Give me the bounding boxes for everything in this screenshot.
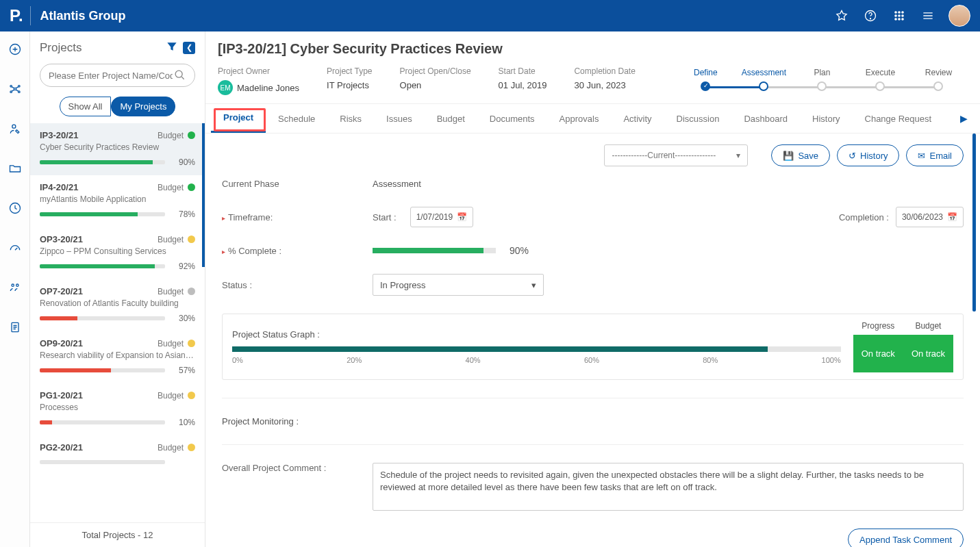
project-name: Research viability of Expansion to Asian… xyxy=(40,351,195,360)
history-button[interactable]: ↺History xyxy=(837,144,899,166)
sidebar-title: Projects xyxy=(40,41,165,55)
tab-documents[interactable]: Documents xyxy=(477,105,547,132)
person-edit-icon[interactable] xyxy=(7,120,23,137)
tab-approvals[interactable]: Approvals xyxy=(547,105,612,132)
network-icon[interactable] xyxy=(7,81,23,97)
phase-step[interactable]: Execute xyxy=(851,68,909,91)
status-select[interactable]: In Progress▾ xyxy=(373,274,544,296)
status-graph-title: Project Status Graph : xyxy=(232,329,841,340)
start-date-value: 1/07/2019 xyxy=(416,212,453,222)
divider xyxy=(222,398,964,398)
email-button[interactable]: ✉Email xyxy=(906,144,964,166)
status-select-value: In Progress xyxy=(380,280,425,290)
version-select-label: -------------Current--------------- xyxy=(612,151,716,160)
clock-dollar-icon[interactable] xyxy=(7,200,23,216)
budget-status-dot xyxy=(188,444,195,451)
pct-complete-value: 90% xyxy=(510,245,529,256)
avatar[interactable] xyxy=(948,5,970,27)
project-card[interactable]: OP3-20/21 Budget Zippco – PPM Consulting… xyxy=(30,227,205,279)
phase-step-label: Review xyxy=(925,68,952,77)
phase-step[interactable]: Assessment xyxy=(735,68,793,91)
owner-label: Project Owner xyxy=(218,66,299,76)
search-input-wrap[interactable] xyxy=(40,64,195,87)
help-icon[interactable] xyxy=(862,8,879,24)
tab-history[interactable]: History xyxy=(800,105,852,132)
budget-label: Budget xyxy=(158,131,184,140)
svg-point-5 xyxy=(895,15,896,16)
tab-activity[interactable]: Activity xyxy=(611,105,664,132)
progress-pct: 30% xyxy=(172,314,195,323)
project-id: PG2-20/21 xyxy=(40,442,158,453)
project-card[interactable]: OP9-20/21 Budget Research viability of E… xyxy=(30,331,205,383)
project-name: Zippco – PPM Consulting Services xyxy=(40,246,195,256)
tab-change-request[interactable]: Change Request xyxy=(853,105,944,132)
progress-pct: 90% xyxy=(172,157,195,167)
budget-status-chip: On track xyxy=(903,335,953,372)
budget-head: Budget xyxy=(915,321,941,335)
budget-label: Budget xyxy=(158,339,184,348)
tab-schedule[interactable]: Schedule xyxy=(266,105,327,132)
budget-label: Budget xyxy=(158,443,184,453)
phase-step[interactable]: Plan xyxy=(793,68,851,91)
status-graph-bar xyxy=(232,346,841,352)
people-icon[interactable] xyxy=(7,279,23,296)
phase-step[interactable]: Define xyxy=(677,68,735,91)
gauge-icon[interactable] xyxy=(7,240,23,256)
project-card[interactable]: OP7-20/21 Budget Renovation of Atlantis … xyxy=(30,279,205,331)
tab-dashboard[interactable]: Dashboard xyxy=(731,105,800,132)
chevron-down-icon: ▾ xyxy=(531,280,536,290)
star-icon[interactable] xyxy=(833,8,850,24)
phase-step-label: Execute xyxy=(866,68,895,77)
tabs-scroll-right-icon[interactable]: ▶ xyxy=(953,113,975,124)
phase-step-dot xyxy=(759,81,768,91)
version-select[interactable]: -------------Current---------------▾ xyxy=(604,144,748,166)
tab-discussion[interactable]: Discussion xyxy=(664,105,732,132)
tick-label: 40% xyxy=(466,356,481,364)
menu-icon[interactable] xyxy=(920,8,936,24)
document-icon[interactable] xyxy=(7,319,23,335)
project-card[interactable]: PG1-20/21 Budget Processes 10% xyxy=(30,383,205,435)
progress-pct: 92% xyxy=(172,262,195,271)
tab-budget[interactable]: Budget xyxy=(425,105,477,132)
completion-date-input[interactable]: 30/06/2023📅 xyxy=(896,207,964,227)
apps-grid-icon[interactable] xyxy=(891,8,907,24)
project-card[interactable]: PG2-20/21 Budget xyxy=(30,435,205,472)
overall-comment-textarea[interactable]: Schedule of the project needs to revisit… xyxy=(373,463,964,511)
svg-point-22 xyxy=(175,71,182,77)
search-icon xyxy=(173,68,186,84)
total-projects: Total Projects - 12 xyxy=(30,522,205,547)
project-card[interactable]: IP4-20/21 Budget myAtlantis Mobile Appli… xyxy=(30,175,205,227)
budget-status-dot xyxy=(188,288,195,295)
history-icon: ↺ xyxy=(849,151,856,161)
pct-complete-bar xyxy=(373,248,496,253)
openclose-value: Open xyxy=(400,80,471,90)
comment-label: Overall Project Comment : xyxy=(222,463,373,473)
svg-point-2 xyxy=(895,12,896,13)
project-card[interactable]: IP3-20/21 Budget Cyber Security Practice… xyxy=(30,123,205,175)
tab-issues[interactable]: Issues xyxy=(374,105,425,132)
project-id: OP3-20/21 xyxy=(40,234,158,244)
budget-status-dot xyxy=(188,340,195,347)
search-input[interactable] xyxy=(49,71,173,81)
append-task-comment-button[interactable]: Append Task Comment xyxy=(848,529,964,547)
start-date-input[interactable]: 1/07/2019📅 xyxy=(410,207,473,227)
tab-project[interactable]: Project xyxy=(211,104,266,133)
folder-icon[interactable] xyxy=(7,160,23,177)
filter-icon[interactable] xyxy=(165,40,179,55)
budget-status-dot xyxy=(188,131,195,139)
add-icon[interactable] xyxy=(7,41,23,58)
svg-point-4 xyxy=(902,12,903,13)
progress-bar xyxy=(40,368,165,372)
save-button[interactable]: 💾Save xyxy=(771,144,830,166)
my-projects-toggle[interactable]: My Projects xyxy=(111,97,175,116)
show-all-toggle[interactable]: Show All xyxy=(60,97,112,116)
calendar-icon: 📅 xyxy=(947,212,957,222)
tab-risks[interactable]: Risks xyxy=(327,105,374,132)
phase-step[interactable]: Review xyxy=(909,68,968,91)
svg-point-1 xyxy=(870,18,871,19)
phase-label: Current Phase xyxy=(222,179,373,189)
compdate-value: 30 Jun, 2023 xyxy=(574,80,635,90)
email-label: Email xyxy=(929,151,952,161)
svg-point-3 xyxy=(899,12,900,13)
collapse-sidebar-button[interactable]: ❮ xyxy=(183,42,195,54)
